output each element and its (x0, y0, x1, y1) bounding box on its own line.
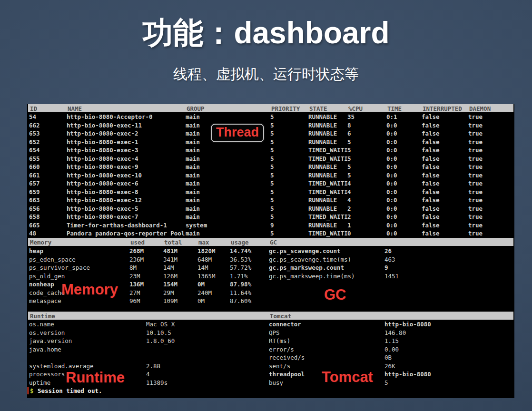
table-row: 48Pandora pandora-qos-reporter Poolmain5… (27, 229, 514, 238)
cell: 0M (197, 297, 205, 305)
cell: 48 (29, 229, 36, 237)
cell: main (186, 146, 200, 154)
cell: false (422, 205, 440, 213)
cell: http-bio-8080-exec-11 (67, 121, 142, 129)
cell: 146.80 (384, 329, 406, 337)
column-header: Memory (30, 238, 51, 246)
cell: 1451 (384, 272, 399, 280)
cell: 136M (129, 280, 144, 288)
cell: true (468, 213, 483, 221)
cell: 6 (347, 129, 351, 137)
cell: 662 (29, 121, 40, 129)
table-row: 655http-bio-8080-exec-4main5TIMED_WAITI5… (27, 155, 514, 163)
cell: TIMED_WAITI (308, 188, 348, 196)
cell: 26K (384, 362, 395, 370)
cell: error/s (269, 345, 294, 353)
cell: false (422, 146, 440, 154)
table-row: 656http-bio-8080-exec-5main5RUNNABLE20:0… (27, 205, 514, 213)
cell: 0:0 (386, 163, 397, 171)
annotation-thread: Thread (211, 124, 264, 142)
cell: 4 (347, 196, 351, 204)
annotation-gc: GC (324, 286, 346, 303)
cell: received/s (269, 353, 305, 362)
cell: false (422, 121, 440, 129)
cell: 4 (347, 179, 351, 187)
cell: busy (269, 379, 283, 387)
cell: main (186, 179, 200, 187)
cell: 0:0 (386, 179, 397, 187)
cell: false (422, 155, 440, 163)
cell: 35 (347, 113, 355, 121)
column-header: TIME (387, 105, 402, 113)
cell: 5 (270, 146, 274, 154)
cell: 87.98% (230, 280, 251, 288)
cell: RUNNABLE (308, 129, 337, 137)
cell: 0M (197, 280, 205, 288)
cell: RUNNABLE (308, 163, 337, 171)
cell: 1 (347, 221, 351, 229)
table-row: 663http-bio-8080-exec-12main5RUNNABLE40:… (27, 196, 514, 205)
cell: 0:0 (386, 155, 397, 163)
cell: threadpool (269, 370, 305, 378)
cell: 96M (129, 297, 140, 305)
cell: true (468, 146, 483, 154)
cell: main (186, 138, 200, 146)
cell: TIMED_WAITI (308, 213, 348, 221)
cell: 0:1 (386, 113, 397, 121)
table-row: gc.ps_scavenge.count26 (27, 247, 514, 255)
cell: 656 (29, 205, 40, 213)
cell: 9 (270, 221, 274, 229)
cell: 87.60% (230, 297, 251, 305)
cell: 0:0 (386, 129, 397, 137)
column-header: DAEMON (469, 105, 491, 113)
cell: TIMED_WAITI (308, 146, 348, 154)
table-row: 665Timer-for-arthas-dashboard-1system9RU… (27, 221, 514, 230)
cell: http-bio-8080-exec-7 (67, 213, 138, 221)
cell: 5 (270, 213, 274, 221)
cell: true (468, 205, 483, 213)
cell: http-bio-8080-exec-1 (67, 138, 138, 146)
cell: 5 (347, 171, 351, 179)
cell: main (186, 188, 200, 196)
cell: RUNNABLE (308, 221, 337, 229)
cell: 655 (29, 155, 40, 163)
cell: 463 (384, 255, 395, 264)
cell: 1.15 (384, 337, 399, 345)
cell: RUNNABLE (308, 138, 337, 146)
cell: 5 (270, 129, 274, 137)
cell: 5 (347, 146, 351, 154)
annotation-memory: Memory (61, 281, 118, 298)
cell: RUNNABLE (308, 121, 337, 129)
cell: system (186, 221, 207, 229)
table-row: connectorhttp-bio-8080 (27, 320, 514, 329)
cell: metaspace (29, 297, 61, 305)
cell: main (186, 121, 200, 129)
table-row: gc.ps_scavenge.time(ms)463 (27, 255, 514, 264)
cell: 9 (384, 264, 388, 272)
cell: true (468, 155, 483, 163)
cell: 652 (29, 138, 40, 146)
annotation-runtime: Runtime (66, 369, 125, 386)
cell: 653 (29, 129, 40, 137)
cell: gc.ps_scavenge.count (269, 247, 341, 255)
table-row: 653http-bio-8080-exec-2main5RUNNABLE60:0… (27, 129, 514, 138)
cell: TIMED_WAITI (308, 229, 348, 237)
cell: 11.64% (230, 289, 251, 297)
cell: true (468, 129, 483, 137)
table-row: gc.ps_marksweep.count9 (27, 264, 514, 272)
cell: main (186, 155, 200, 163)
cell: main (186, 113, 200, 121)
cell: 658 (29, 213, 40, 221)
table-row: 54http-bio-8080-Acceptor-0main5RUNNABLE3… (27, 113, 514, 121)
cell: http-bio-8080 (384, 320, 431, 328)
cell: 5 (270, 179, 274, 187)
cell: 5 (270, 113, 274, 121)
cell: 5 (270, 155, 274, 163)
table-row: 654http-bio-8080-exec-3main5TIMED_WAITI5… (27, 146, 514, 155)
column-header: Tomcat (270, 312, 291, 320)
cell: 5 (347, 163, 351, 171)
cell: 0:0 (386, 121, 397, 129)
column-header: STATE (309, 105, 327, 113)
cell: http-bio-8080-exec-3 (67, 146, 138, 154)
cell: 26 (384, 247, 392, 255)
